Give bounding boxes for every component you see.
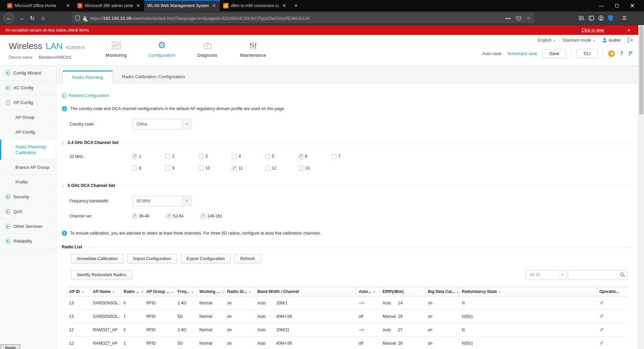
related-configuration-link[interactable]: ▶ Related Configuration bbox=[62, 93, 632, 98]
taskbar-start-button[interactable]: Baslat bbox=[1, 344, 20, 349]
sidebar-toggle-icon[interactable] bbox=[589, 16, 594, 20]
channel-checkbox-2[interactable]: 2 bbox=[165, 154, 199, 159]
edit-icon[interactable]: ✎ bbox=[599, 313, 604, 319]
tab-close-icon[interactable]: ✕ bbox=[281, 3, 287, 9]
library-icon[interactable] bbox=[579, 15, 584, 21]
window-minimize-button[interactable]: — bbox=[594, 0, 609, 11]
channel-checkbox-36-48[interactable]: 36-48 bbox=[132, 214, 160, 218]
channel-checkbox-10[interactable]: 10 bbox=[199, 166, 232, 170]
checkbox[interactable] bbox=[132, 166, 137, 170]
channel-checkbox-8[interactable]: 8 bbox=[132, 166, 165, 170]
channel-checkbox-6[interactable]: 6 bbox=[298, 154, 332, 159]
announcement-icon[interactable] bbox=[608, 50, 615, 57]
channel-checkbox-52-64[interactable]: 52-64 bbox=[166, 214, 194, 218]
sidebar-item-ap-config[interactable]: AP Config bbox=[0, 125, 56, 140]
column-header-radio-st-[interactable]: Radio St...▲ bbox=[225, 287, 255, 296]
channel-checkbox-12[interactable]: 12 bbox=[265, 166, 298, 170]
sort-ascending-icon[interactable]: ▲ bbox=[499, 291, 501, 293]
lock-warning-icon[interactable] bbox=[83, 16, 87, 21]
browser-tab[interactable]: OMicrosoft Office Home✕ bbox=[4, 0, 74, 11]
checkbox[interactable] bbox=[265, 166, 270, 170]
checkbox-checked[interactable] bbox=[166, 214, 171, 218]
autosave-value-link[interactable]: Scheduled save bbox=[507, 51, 537, 56]
nav-item-diagnosis[interactable]: Diagnosis bbox=[185, 38, 230, 58]
tab-radio-planning[interactable]: Radio Planning bbox=[62, 70, 113, 83]
column-header-band-width-channel[interactable]: Band Width / Channel bbox=[255, 287, 356, 296]
search-input[interactable] bbox=[568, 270, 628, 280]
channel-checkbox-7[interactable]: 7 bbox=[332, 154, 365, 159]
edit-icon[interactable]: ✎ bbox=[599, 300, 604, 306]
channel-checkbox-149-161[interactable]: 149-161 bbox=[201, 214, 228, 218]
checkbox[interactable] bbox=[232, 154, 237, 159]
channel-checkbox-3[interactable]: 3 bbox=[199, 154, 232, 159]
channel-checkbox-13[interactable]: 13 bbox=[298, 166, 332, 170]
sidebar-item-ac-config[interactable]: ▶AC Config bbox=[0, 81, 56, 95]
checkbox[interactable] bbox=[298, 166, 303, 170]
channel-checkbox-11[interactable]: 11 bbox=[232, 166, 265, 170]
sidebar-item-security[interactable]: ▶Security bbox=[0, 190, 56, 204]
identify-redundant-radios-button[interactable]: Identify Redundant Radios bbox=[71, 270, 132, 280]
browser-tab[interactable]: RdBm to mW conversion calcula✕ bbox=[220, 0, 290, 11]
frequency-bandwidth-select[interactable]: 80 MHz ▼ bbox=[132, 196, 191, 206]
tracking-protection-shield-icon[interactable] bbox=[75, 15, 80, 21]
checkbox-checked[interactable] bbox=[298, 154, 303, 159]
tab-radio-calibration-configuration[interactable]: Radio Calibration Configuration bbox=[113, 70, 195, 83]
sidebar-item-ap-config[interactable]: ▼AP Config bbox=[0, 95, 56, 110]
immediate-calibration-button[interactable]: Immediate Calibration bbox=[71, 254, 124, 263]
home-button[interactable]: ⌂ bbox=[38, 13, 48, 23]
tab-close-icon[interactable]: ✕ bbox=[211, 3, 217, 9]
sort-ascending-icon[interactable]: ▲ bbox=[191, 291, 194, 293]
filter-field-select[interactable]: AP ID ▼ bbox=[526, 270, 567, 280]
column-header-ap-name[interactable]: AP Name▲ bbox=[90, 287, 121, 296]
sort-ascending-icon[interactable]: ▲ bbox=[112, 291, 114, 293]
browser-tab[interactable]: OMicrosoft 365 admin center - H✕ bbox=[74, 0, 144, 11]
column-header-working-[interactable]: Working ...▲ bbox=[197, 287, 225, 296]
logout-icon[interactable] bbox=[627, 38, 633, 43]
back-button[interactable]: ← bbox=[3, 12, 15, 24]
help-icon[interactable]: ? bbox=[620, 50, 623, 57]
sort-ascending-icon[interactable]: ▲ bbox=[141, 291, 143, 293]
tab-close-icon[interactable]: ✕ bbox=[135, 3, 141, 9]
checkbox[interactable] bbox=[165, 154, 170, 159]
page-scrollbar[interactable] bbox=[638, 25, 644, 349]
sidebar-item-config-wizard[interactable]: ▶Config Wizard bbox=[0, 66, 56, 81]
column-header-auto-[interactable]: Auto...▲ bbox=[356, 287, 380, 296]
sort-ascending-icon[interactable]: ▲ bbox=[249, 291, 251, 293]
sort-ascending-icon[interactable]: ▲ bbox=[373, 291, 375, 293]
sidebar-item-other-services[interactable]: ▶Other Services bbox=[0, 219, 56, 234]
checkbox[interactable] bbox=[332, 154, 336, 159]
new-tab-button[interactable]: + bbox=[290, 0, 302, 11]
column-header-ap-id[interactable]: AP ID▲ bbox=[66, 287, 90, 296]
alert-click-to-view-link[interactable]: Click to view bbox=[582, 28, 604, 33]
sort-ascending-icon[interactable]: ▲ bbox=[221, 291, 224, 293]
column-header-big-data-cal-[interactable]: Big Data Cal...▲ bbox=[425, 287, 459, 296]
nav-item-maintenance[interactable]: Maintenance bbox=[230, 38, 276, 58]
sort-ascending-icon[interactable]: ▲ bbox=[82, 291, 84, 293]
export-configuration-button[interactable]: Export Configuration bbox=[181, 254, 231, 263]
bookmark-star-icon[interactable]: ☆ bbox=[527, 15, 531, 21]
edit-icon[interactable]: ✎ bbox=[599, 340, 604, 346]
channel-checkbox-9[interactable]: 9 bbox=[165, 166, 199, 170]
browser-tab[interactable]: WLAN Web Management System✕ bbox=[144, 0, 220, 11]
nav-item-configuration[interactable]: ⚙Configuration bbox=[139, 38, 185, 58]
tab-close-icon[interactable]: ✕ bbox=[65, 3, 71, 9]
page-actions-icon[interactable]: ••• bbox=[505, 15, 511, 21]
forward-button[interactable]: → bbox=[16, 13, 27, 23]
checkbox[interactable] bbox=[265, 154, 270, 159]
sidebar-item-ap-group[interactable]: AP Group bbox=[0, 110, 56, 125]
window-maximize-button[interactable] bbox=[609, 0, 625, 11]
chevron-down-icon[interactable]: ▼ bbox=[182, 119, 191, 129]
reload-button[interactable]: ↻ bbox=[27, 13, 38, 23]
sort-ascending-icon[interactable]: ▲ bbox=[457, 291, 459, 293]
column-header-ap-group-[interactable]: AP Group ...▲ bbox=[144, 287, 175, 296]
chevron-down-icon[interactable]: ▼ bbox=[182, 196, 191, 206]
checkbox[interactable] bbox=[199, 166, 203, 170]
channel-checkbox-1[interactable]: 1 bbox=[132, 154, 165, 159]
chevron-down-icon[interactable]: ▼ bbox=[558, 270, 566, 279]
sidebar-item-branch-ap-group[interactable]: Branch AP Group bbox=[0, 160, 56, 175]
sidebar-item-reliability[interactable]: ▶Reliability bbox=[0, 234, 56, 249]
url-bar[interactable]: https://192.168.10.26/view/main/default.… bbox=[72, 13, 534, 23]
column-header-freq-[interactable]: Freq...▲ bbox=[175, 287, 197, 296]
mode-select[interactable]: Standard mode▼ bbox=[562, 38, 595, 43]
country-code-select[interactable]: China ▼ bbox=[132, 119, 191, 130]
